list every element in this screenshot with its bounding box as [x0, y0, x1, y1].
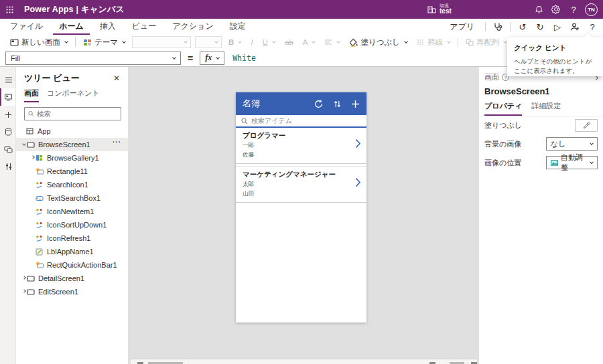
italic-button[interactable]: I	[246, 35, 257, 50]
screen-icon	[10, 39, 19, 46]
font-size-select[interactable]	[195, 36, 222, 48]
new-screen-label: 新しい画面	[21, 37, 60, 48]
chevron-right-icon[interactable]	[19, 288, 26, 295]
phone-screen-preview[interactable]: 名簿 検索アイテム	[236, 92, 366, 323]
rail-advanced-tools-icon[interactable]	[0, 158, 15, 175]
building-icon	[427, 5, 436, 13]
tab-screens[interactable]: 画面	[24, 88, 39, 102]
apps-button[interactable]: アプリ	[443, 21, 481, 33]
tree-item-rectquickactionbar1[interactable]: RectQuickActionBar1	[16, 258, 128, 272]
item-subtitle: 山田	[243, 190, 360, 198]
chevron-right-icon[interactable]	[355, 177, 361, 187]
menu-view[interactable]: ビュー	[126, 19, 163, 35]
app-icon	[25, 127, 34, 135]
waffle-dots	[6, 6, 13, 13]
design-canvas[interactable]: 名簿 検索アイテム	[129, 67, 479, 364]
rail-media-icon[interactable]	[0, 141, 15, 158]
border-label: 罫線	[427, 37, 443, 48]
app-checker-icon[interactable]	[490, 19, 506, 34]
redo-icon[interactable]: ↻	[532, 19, 548, 34]
menu-file[interactable]: ファイル	[4, 19, 49, 35]
share-icon[interactable]	[567, 19, 583, 34]
text-align-button[interactable]	[320, 35, 344, 50]
tab-advanced[interactable]: 詳細設定	[531, 101, 561, 116]
close-icon[interactable]: ✕	[112, 74, 121, 83]
new-item-plus-icon[interactable]	[351, 100, 360, 108]
font-color-button[interactable]: A	[298, 35, 320, 50]
tree-item-detailscreen1[interactable]: DetailScreen1	[16, 272, 128, 285]
waffle-icon[interactable]	[0, 0, 19, 19]
tree-item-browsegallery1[interactable]: BrowseGallery1	[16, 151, 128, 165]
tree-search-box[interactable]	[24, 107, 121, 120]
font-family-select[interactable]	[132, 36, 191, 48]
environment-picker[interactable]: 環境 test	[427, 0, 452, 19]
sort-icon[interactable]	[334, 100, 341, 108]
new-screen-button[interactable]: 新しい画面	[5, 35, 72, 50]
tree-item-iconsortupdown1[interactable]: IconSortUpDown1	[16, 218, 128, 232]
chevron-right-icon[interactable]	[355, 139, 361, 149]
background-image-dropdown[interactable]: なし	[546, 137, 598, 151]
item-subtitle: 一郎	[243, 142, 360, 150]
theme-button[interactable]: テーマ	[78, 35, 130, 50]
tree-item-label: IconSortUpDown1	[47, 221, 107, 229]
tab-properties[interactable]: プロパティ	[484, 101, 522, 116]
app-name-label[interactable]: 名簿	[243, 98, 314, 110]
rail-tree-view-icon[interactable]	[0, 88, 15, 106]
header-help-icon[interactable]: ?	[565, 0, 582, 19]
tree-view-panel: ツリー ビュー ✕ 画面 コンポーネント App BrowseScreen1 ·…	[16, 67, 129, 364]
preview-play-icon[interactable]: ▷	[549, 19, 565, 34]
chevron-right-icon[interactable]	[28, 155, 35, 161]
bold-label: B	[228, 38, 234, 46]
tree-item-label: Rectangle11	[47, 167, 88, 175]
fill-color-picker-button[interactable]	[575, 119, 598, 132]
tree-item-label: IconRefresh1	[47, 234, 90, 242]
user-avatar[interactable]: TN	[585, 3, 598, 16]
border-button[interactable]: 罫線	[412, 35, 455, 50]
menu-action[interactable]: アクション	[166, 19, 219, 35]
formula-input[interactable]: White	[232, 54, 256, 63]
menu-home[interactable]: ホーム	[53, 19, 90, 35]
border-icon	[417, 39, 425, 46]
tree-item-app[interactable]: App	[16, 124, 128, 138]
chevron-right-icon[interactable]	[19, 275, 26, 282]
theme-label: テーマ	[94, 37, 118, 48]
underline-button[interactable]: U	[258, 35, 280, 50]
menu-insert[interactable]: 挿入	[94, 19, 122, 35]
menu-settings[interactable]: 設定	[224, 19, 252, 35]
fill-button[interactable]: 塗りつぶし	[344, 35, 412, 50]
tree-item-rectangle11[interactable]: Rectangle11	[16, 165, 128, 178]
tree-item-lblappname1[interactable]: LblAppName1	[16, 245, 128, 258]
tree-item-label: LblAppName1	[47, 248, 94, 256]
tree-item-textsearchbox1[interactable]: TextSearchBox1	[16, 191, 128, 205]
notifications-bell-icon[interactable]	[530, 0, 547, 19]
rail-hamburger-icon[interactable]	[0, 71, 15, 88]
image-position-dropdown[interactable]: 自動調整	[546, 156, 598, 169]
bold-button[interactable]: B	[224, 35, 246, 50]
gallery-item[interactable]: プログラマー 一郎 佐藤	[236, 128, 366, 164]
tree-item-iconnewitem1[interactable]: IconNewItem1	[16, 205, 128, 218]
tree-search-input[interactable]	[37, 110, 117, 118]
gallery-search-box[interactable]: 検索アイテム	[236, 115, 366, 128]
item-overflow-menu[interactable]: ···	[113, 139, 121, 146]
property-select[interactable]: Fill	[5, 52, 181, 65]
rail-data-icon[interactable]	[0, 123, 15, 141]
tree-item-browsescreen1[interactable]: BrowseScreen1 ···	[16, 138, 128, 151]
rail-insert-plus-icon[interactable]	[0, 106, 15, 123]
tree-item-editscreen1[interactable]: EditScreen1	[16, 285, 128, 298]
tab-components[interactable]: コンポーネント	[47, 88, 100, 102]
undo-icon[interactable]: ↺	[515, 19, 531, 34]
settings-gear-icon[interactable]	[547, 0, 565, 19]
gallery-item[interactable]: マーケティングマネージャー 太郎 山田	[236, 166, 366, 203]
align-lines-icon	[324, 39, 332, 46]
environment-name: test	[440, 8, 452, 15]
menubar-help-icon[interactable]: ?	[584, 19, 600, 34]
refresh-icon[interactable]	[314, 99, 324, 109]
strikethrough-button[interactable]: ab	[280, 35, 298, 50]
chevron-down-icon[interactable]	[19, 141, 26, 148]
item-title: プログラマー	[243, 131, 360, 141]
reorder-button[interactable]: 再配列	[461, 35, 512, 50]
tree-item-iconrefresh1[interactable]: IconRefresh1	[16, 232, 128, 245]
fx-button[interactable]: fx	[200, 52, 224, 65]
tree-item-searchicon1[interactable]: SearchIcon1	[16, 178, 128, 191]
search-placeholder: 検索アイテム	[251, 116, 292, 126]
